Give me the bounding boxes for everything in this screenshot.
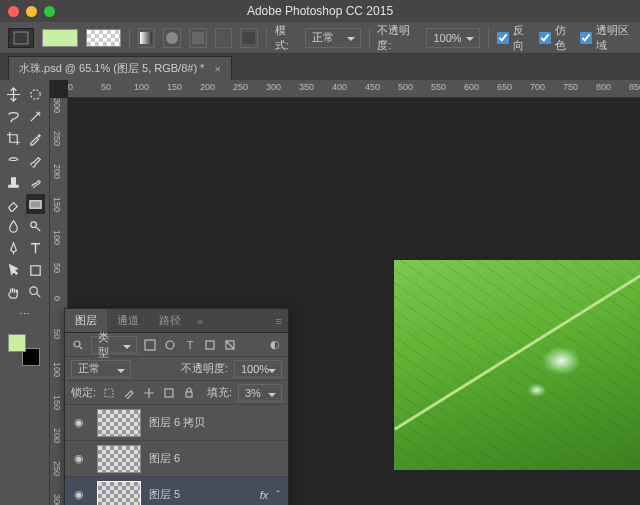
document-tab-bar: 水珠.psd @ 65.1% (图层 5, RGB/8#) * × <box>0 54 640 80</box>
layer-name[interactable]: 图层 5 <box>149 487 260 502</box>
layer-name[interactable]: 图层 6 <box>149 451 284 466</box>
lock-all-icon[interactable] <box>182 386 196 400</box>
crop-tool-icon[interactable] <box>4 128 24 148</box>
zoom-tool-icon[interactable] <box>26 282 46 302</box>
gradient-preview[interactable] <box>42 29 77 47</box>
radial-gradient-icon[interactable] <box>163 28 181 48</box>
close-window-icon[interactable] <box>8 6 19 17</box>
lock-position-icon[interactable] <box>142 386 156 400</box>
close-tab-icon[interactable]: × <box>214 63 220 75</box>
fx-expand-icon[interactable]: ˆ <box>272 489 284 501</box>
gradient-tool-icon[interactable] <box>26 194 46 214</box>
canvas[interactable] <box>394 260 640 470</box>
layer-name[interactable]: 图层 6 拷贝 <box>149 415 284 430</box>
filter-smart-icon[interactable] <box>223 338 237 352</box>
filter-adjust-icon[interactable] <box>163 338 177 352</box>
gradient-transparency-preview[interactable] <box>86 29 121 47</box>
edit-toolbar-icon[interactable]: ⋯ <box>4 304 45 324</box>
lock-artboard-icon[interactable] <box>162 386 176 400</box>
layer-thumbnail[interactable] <box>97 445 141 473</box>
dodge-tool-icon[interactable] <box>26 216 46 236</box>
svg-rect-9 <box>31 265 40 274</box>
visibility-icon[interactable]: ◉ <box>69 488 89 501</box>
tab-paths[interactable]: 路径 <box>149 309 191 332</box>
filter-type-icon[interactable]: T <box>183 338 197 352</box>
shape-tool-icon[interactable] <box>26 260 46 280</box>
lasso-tool-icon[interactable] <box>4 106 24 126</box>
svg-rect-0 <box>14 32 28 44</box>
svg-rect-14 <box>206 341 214 349</box>
layer-row[interactable]: ◉ 图层 6 拷贝 <box>65 405 288 441</box>
filter-pixel-icon[interactable] <box>143 338 157 352</box>
opacity-dropdown[interactable]: 100% <box>426 28 480 48</box>
history-brush-tool-icon[interactable] <box>26 172 46 192</box>
pen-tool-icon[interactable] <box>4 238 24 258</box>
hand-tool-icon[interactable] <box>4 282 24 302</box>
visibility-icon[interactable]: ◉ <box>69 416 89 429</box>
document-tab-label: 水珠.psd @ 65.1% (图层 5, RGB/8#) * <box>19 61 204 76</box>
eraser-tool-icon[interactable] <box>4 194 24 214</box>
separator <box>488 27 489 49</box>
maximize-window-icon[interactable] <box>44 6 55 17</box>
app-title: Adobe Photoshop CC 2015 <box>247 4 393 18</box>
workspace: ⋯ 05010015020025030035040045050055060065… <box>0 80 640 505</box>
lock-label: 锁定: <box>71 385 96 400</box>
angle-gradient-icon[interactable] <box>189 28 207 48</box>
layer-row[interactable]: ◉ 图层 5 fx ˆ <box>65 477 288 505</box>
lock-transparency-icon[interactable] <box>102 386 116 400</box>
lock-pixels-icon[interactable] <box>122 386 136 400</box>
filter-toggle-icon[interactable]: ◐ <box>268 338 282 352</box>
type-tool-icon[interactable] <box>26 238 46 258</box>
fx-badge[interactable]: fx <box>260 489 273 501</box>
layer-list: ◉ 图层 6 拷贝 ◉ 图层 6 ◉ 图层 5 fx ˆ ◉效果 ◉斜面和浮雕 … <box>65 405 288 505</box>
reflected-gradient-icon[interactable] <box>215 28 233 48</box>
filter-type-dropdown[interactable]: 类型 <box>91 336 137 354</box>
opacity-label: 不透明度: <box>377 23 418 53</box>
brush-tool-icon[interactable] <box>26 150 46 170</box>
svg-point-13 <box>166 341 174 349</box>
search-icon[interactable] <box>71 338 85 352</box>
stamp-tool-icon[interactable] <box>4 172 24 192</box>
svg-rect-18 <box>186 392 192 397</box>
linear-gradient-icon[interactable] <box>138 28 156 48</box>
svg-rect-16 <box>105 389 113 397</box>
fill-dropdown[interactable]: 3% <box>238 384 282 402</box>
marquee-tool-icon[interactable] <box>26 84 46 104</box>
dither-checkbox[interactable]: 仿色 <box>539 23 572 53</box>
heal-tool-icon[interactable] <box>4 150 24 170</box>
path-select-tool-icon[interactable] <box>4 260 24 280</box>
move-tool-icon[interactable] <box>4 84 24 104</box>
foreground-color-swatch[interactable] <box>8 334 26 352</box>
svg-rect-1 <box>140 32 152 44</box>
layer-row[interactable]: ◉ 图层 6 <box>65 441 288 477</box>
separator <box>129 27 130 49</box>
eyedropper-tool-icon[interactable] <box>26 128 46 148</box>
horizontal-ruler: 0501001502002503003504004505005506006507… <box>68 80 640 98</box>
svg-point-10 <box>30 286 38 294</box>
reverse-checkbox[interactable]: 反向 <box>497 23 530 53</box>
color-swatches[interactable] <box>4 332 44 368</box>
blur-tool-icon[interactable] <box>4 216 24 236</box>
fill-label: 填充: <box>207 385 232 400</box>
layer-thumbnail[interactable] <box>97 481 141 506</box>
layer-opacity-dropdown[interactable]: 100% <box>234 360 282 378</box>
transparency-checkbox[interactable]: 透明区域 <box>580 23 632 53</box>
svg-rect-3 <box>192 32 204 44</box>
svg-rect-5 <box>243 32 255 44</box>
minimize-window-icon[interactable] <box>26 6 37 17</box>
diamond-gradient-icon[interactable] <box>240 28 258 48</box>
svg-rect-4 <box>218 32 230 44</box>
filter-shape-icon[interactable] <box>203 338 217 352</box>
wand-tool-icon[interactable] <box>26 106 46 126</box>
layer-blend-dropdown[interactable]: 正常 <box>71 360 131 378</box>
layer-filter-row: 类型 T ◐ <box>65 333 288 357</box>
panel-collapse-icon[interactable]: « <box>191 315 209 327</box>
blend-mode-dropdown[interactable]: 正常 <box>305 28 361 48</box>
svg-point-8 <box>31 221 37 227</box>
gradient-tool-preset[interactable] <box>8 28 34 48</box>
separator <box>369 27 370 49</box>
panel-menu-icon[interactable]: ≡ <box>270 315 288 327</box>
visibility-icon[interactable]: ◉ <box>69 452 89 465</box>
document-tab[interactable]: 水珠.psd @ 65.1% (图层 5, RGB/8#) * × <box>8 56 232 80</box>
layer-thumbnail[interactable] <box>97 409 141 437</box>
